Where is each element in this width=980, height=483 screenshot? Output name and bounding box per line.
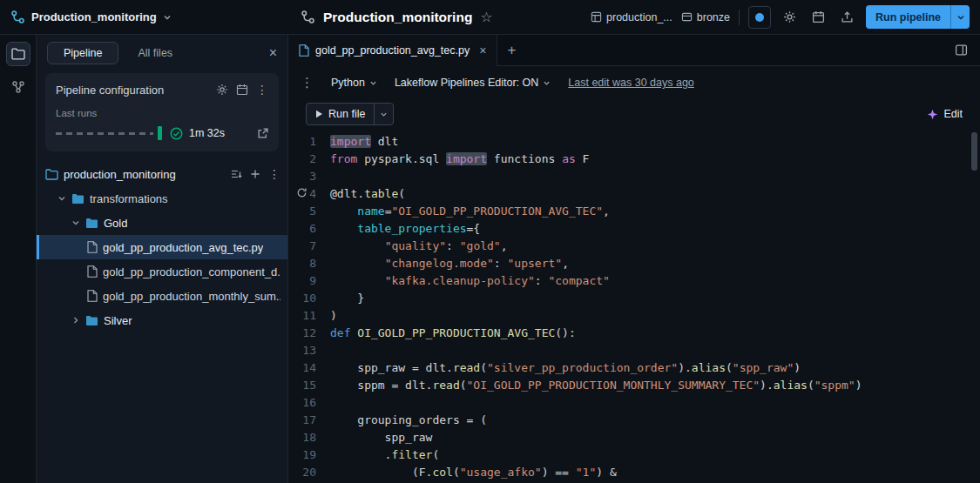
sort-icon[interactable] <box>231 169 242 179</box>
settings-button[interactable] <box>780 7 800 27</box>
run-file-button[interactable]: Run file <box>306 103 394 125</box>
code-line[interactable]: 17 grouping_orders = ( <box>288 412 980 429</box>
editor-mode-select[interactable]: Lakeflow Pipelines Editor: ON <box>395 77 551 89</box>
run-duration: 1m 32s <box>189 127 225 139</box>
chevron-down-icon <box>163 13 172 22</box>
upload-icon <box>841 10 854 23</box>
split-panel-icon[interactable] <box>943 44 980 57</box>
tree-item-label: transformations <box>90 192 168 205</box>
chevron-down-icon[interactable] <box>71 218 80 227</box>
tab-all-files[interactable]: All files <box>122 43 188 64</box>
code-line[interactable]: 16 <box>288 394 980 412</box>
refresh-icon[interactable] <box>296 187 308 198</box>
config-gear-icon[interactable] <box>216 84 228 96</box>
chevron-down-icon[interactable] <box>57 194 66 203</box>
chevron-down-icon <box>543 79 551 87</box>
tree-item-component-file[interactable]: gold_pp_production_component_d... <box>37 259 287 284</box>
code-line[interactable]: 5 name="OI_GOLD_PP_PRODUCTION_AVG_TEC", <box>288 203 980 220</box>
play-icon <box>315 110 323 118</box>
code-line[interactable]: 15 sppm = dlt.read("OI_GOLD_PP_PRODUCTIO… <box>288 377 980 394</box>
assistant-edit-button[interactable]: Edit <box>927 108 963 120</box>
check-circle-icon <box>170 127 183 140</box>
config-kebab-icon[interactable]: ⋮ <box>256 83 268 97</box>
run-pipeline-button[interactable]: Run pipeline <box>866 5 970 29</box>
code-line[interactable]: 18 spp_raw <box>288 429 980 446</box>
line-number: 19 <box>288 446 330 464</box>
status-dot-button[interactable] <box>748 6 771 29</box>
code-line[interactable]: 14 spp_raw = dlt.read("silver_pp_product… <box>288 359 980 377</box>
external-link-icon[interactable] <box>257 128 268 139</box>
tree-root[interactable]: production_monitoring ⋮ <box>37 162 287 186</box>
code-line[interactable]: 2from pyspark.sql import functions as F <box>288 151 980 168</box>
workspace-name: Production_monitoring <box>31 10 157 23</box>
run-pipeline-chevron-icon[interactable] <box>950 5 970 29</box>
rail-workflow-button[interactable] <box>6 75 30 99</box>
schema-selector[interactable]: bronze <box>681 11 730 23</box>
kebab-icon[interactable]: ⋮ <box>301 75 314 91</box>
code-line[interactable]: 7 "quality": "gold", <box>288 238 980 255</box>
folder-icon <box>85 218 98 229</box>
code-line[interactable]: 1import dlt <box>288 133 980 151</box>
line-number: 15 <box>288 377 330 394</box>
tree-item-gold[interactable]: Gold <box>37 211 287 235</box>
share-button[interactable] <box>837 7 857 27</box>
pipeline-icon <box>10 10 25 24</box>
run-file-label: Run file <box>328 108 365 120</box>
run-file-chevron-icon[interactable] <box>374 104 393 124</box>
catalog-selector[interactable]: production_... <box>591 11 672 23</box>
code-line[interactable]: 10 } <box>288 290 980 307</box>
code-line[interactable]: 12def OI_GOLD_PP_PRODUCTION_AVG_TEC(): <box>288 325 980 342</box>
gear-icon <box>783 10 796 23</box>
tree-item-avg-tec-file[interactable]: gold_pp_production_avg_tec.py <box>37 235 287 259</box>
last-edit-link[interactable]: Last edit was 30 days ago <box>568 77 694 89</box>
editor-tab[interactable]: gold_pp_production_avg_tec.py × <box>288 35 497 66</box>
close-sidebar-icon[interactable]: × <box>269 46 277 60</box>
code-line[interactable]: 3 <box>288 168 980 185</box>
folder-icon <box>71 193 84 205</box>
run-success-bar[interactable] <box>158 126 162 140</box>
chevron-right-icon[interactable] <box>71 316 80 325</box>
editor-tabbar: gold_pp_production_avg_tec.py × + <box>288 35 980 66</box>
line-number: 2 <box>288 151 330 168</box>
workspace-switcher[interactable]: Production_monitoring <box>10 10 172 24</box>
chevron-down-icon <box>369 79 377 87</box>
line-number: 4 <box>288 185 330 203</box>
tree-item-silver[interactable]: Silver <box>37 308 287 332</box>
tree-item-label: Silver <box>104 314 132 327</box>
code-line[interactable]: 9 "kafka.cleanup-policy": "compact" <box>288 272 980 290</box>
favorite-star-icon[interactable]: ☆ <box>480 9 492 25</box>
code-line[interactable]: 11) <box>288 307 980 325</box>
tab-pipeline[interactable]: Pipeline <box>47 42 118 64</box>
new-tab-button[interactable]: + <box>497 42 525 59</box>
config-title: Pipeline configuration <box>56 84 208 97</box>
schema-icon <box>681 11 693 23</box>
catalog-name: production_... <box>606 11 672 23</box>
tree-item-transformations[interactable]: transformations <box>37 186 287 211</box>
code-line[interactable]: 20 (F.col("usage_afko") == "1") & <box>288 464 980 481</box>
tree-item-monthly-file[interactable]: gold_pp_production_monthly_sum... <box>37 284 287 308</box>
code-line[interactable]: 4@dlt.table( <box>288 185 980 203</box>
add-file-icon[interactable] <box>250 169 260 179</box>
line-number: 18 <box>288 429 330 446</box>
language-label: Python <box>331 77 365 89</box>
rail-files-button[interactable] <box>6 42 30 66</box>
workflow-icon <box>11 80 25 94</box>
code-line[interactable]: 13 <box>288 342 980 359</box>
run-history-bar[interactable] <box>56 132 153 135</box>
line-number: 16 <box>288 394 330 412</box>
code-editor[interactable]: 1import dlt2from pyspark.sql import func… <box>288 131 980 483</box>
divider <box>739 10 740 25</box>
topbar: Production_monitoring Production_monitor… <box>0 0 980 35</box>
code-line[interactable]: 8 "changelog.mode": "upsert", <box>288 255 980 272</box>
schedule-button[interactable] <box>808 7 828 27</box>
language-select[interactable]: Python <box>331 77 377 89</box>
kebab-icon[interactable]: ⋮ <box>268 167 280 181</box>
run-pipeline-label[interactable]: Run pipeline <box>866 5 950 29</box>
code-line[interactable]: 19 .filter( <box>288 446 980 464</box>
scrollbar-thumb[interactable] <box>971 132 977 171</box>
tab-close-icon[interactable]: × <box>479 44 486 57</box>
code-line[interactable]: 6 table_properties={ <box>288 220 980 238</box>
config-schedule-icon[interactable] <box>236 84 248 96</box>
code-lines[interactable]: 1import dlt2from pyspark.sql import func… <box>288 131 980 481</box>
editor-tab-label: gold_pp_production_avg_tec.py <box>315 44 470 57</box>
